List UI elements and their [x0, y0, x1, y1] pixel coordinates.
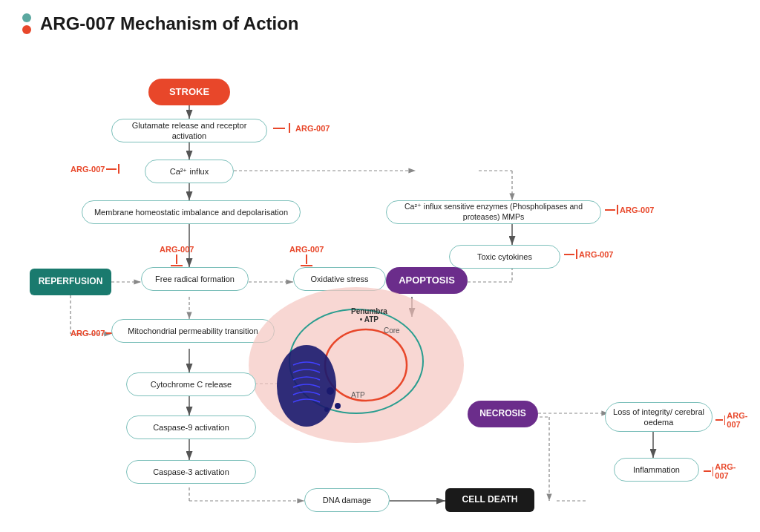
toxic-cytokines-box: Toxic cytokines [449, 245, 560, 269]
svg-point-36 [327, 387, 334, 395]
ca-influx-box: Ca²⁺ influx [145, 160, 234, 183]
arg-inhibit-glutamate: ARG-007 [273, 123, 330, 133]
penumbra-label: Penumbra • ATP [351, 307, 387, 324]
arg-inhibit-freeradical: ARG-007 [160, 245, 194, 266]
cell-death-box: CELL DEATH [445, 488, 534, 512]
caspase3-box: Caspase-3 activation [126, 460, 256, 484]
atp-label: ATP [351, 391, 365, 399]
necrosis-box: NECROSIS [468, 401, 538, 427]
glutamate-box: Glutamate release and receptor activatio… [111, 119, 267, 142]
free-radical-box: Free radical formation [141, 267, 249, 291]
inflammation-box: Inflammation [614, 458, 699, 482]
arg-inhibit-loss: ARG-007 [715, 411, 751, 429]
stroke-box: STROKE [148, 79, 230, 105]
arg-inhibit-ca-enzymes: ARG-007 [605, 205, 654, 214]
reperfusion-box: REPERFUSION [30, 269, 111, 295]
cytochrome-box: Cytochrome C release [126, 372, 256, 396]
svg-point-38 [324, 407, 329, 412]
dna-damage-box: DNA damage [304, 488, 390, 512]
diagram: STROKE Glutamate release and receptor ac… [22, 46, 738, 513]
page-wrapper: ARG-007 Mechanism of Action [0, 0, 760, 532]
core-label: Core [384, 326, 400, 335]
caspase9-box: Caspase-9 activation [126, 416, 256, 439]
arg-inhibit-inflammation: ARG-007 [704, 462, 739, 480]
arg-inhibit-toxic: ARG-007 [564, 249, 613, 259]
ca-enzymes-box: Ca²⁺ influx sensitive enzymes (Phospholi… [386, 200, 601, 224]
header: ARG-007 Mechanism of Action [22, 13, 738, 34]
dot-red-icon [22, 25, 31, 34]
svg-point-35 [277, 345, 336, 427]
brain-illustration: Penumbra • ATP Core ATP [241, 276, 471, 447]
loss-integrity-box: Loss of integrity/ cerebral oedema [605, 402, 712, 432]
header-dots [22, 13, 31, 34]
arg-inhibit-oxidative: ARG-007 [289, 245, 324, 266]
page-title: ARG-007 Mechanism of Action [40, 13, 299, 34]
membrane-box: Membrane homeostatic imbalance and depol… [82, 200, 301, 224]
svg-point-37 [335, 403, 341, 409]
arg-inhibit-ca: ARG-007 [71, 164, 119, 174]
dot-teal-icon [22, 13, 31, 22]
brain-svg [241, 276, 471, 447]
